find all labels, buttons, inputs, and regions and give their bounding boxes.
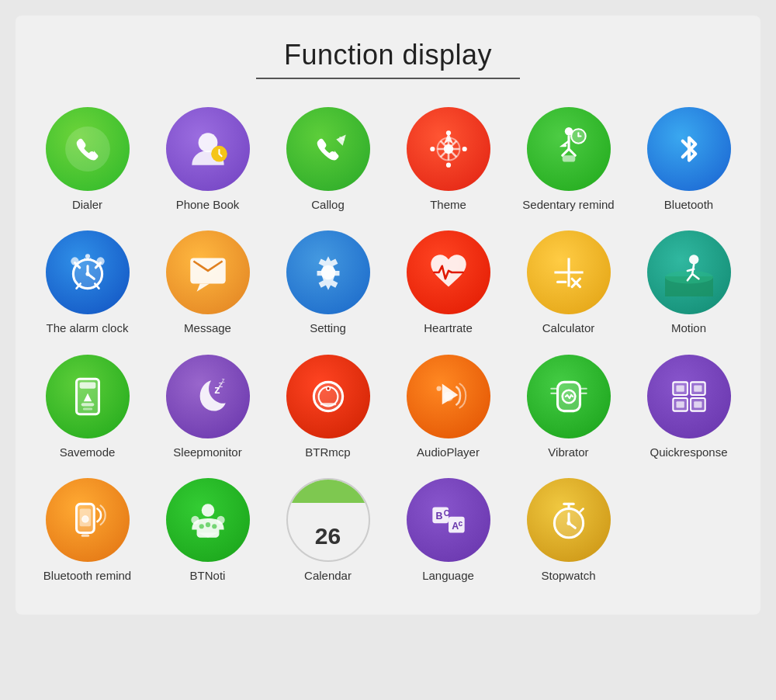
language-icon: B C A c — [407, 478, 490, 562]
app-calendar[interactable]: 26 Calendar — [274, 478, 383, 584]
sleepmonitor-label: Sleepmonitor — [173, 445, 241, 460]
svg-rect-66 — [676, 385, 684, 391]
app-message[interactable]: Message — [154, 230, 262, 336]
audioplayer-icon — [407, 355, 490, 438]
dialer-label: Dialer — [72, 197, 102, 213]
btrmcp-label: BTRmcp — [305, 445, 350, 460]
app-sleepmonitor[interactable]: z z z Sleepmonitor — [154, 355, 262, 460]
callog-icon — [286, 107, 370, 191]
svg-rect-45 — [82, 407, 92, 410]
app-vibrator[interactable]: Vibrator — [514, 355, 623, 460]
app-setting[interactable]: Setting — [274, 230, 383, 336]
svg-point-54 — [443, 391, 452, 400]
svg-point-77 — [199, 524, 203, 528]
app-stopwatch[interactable]: Stopwatch — [514, 478, 623, 584]
stopwatch-icon — [527, 478, 611, 562]
svg-rect-69 — [694, 401, 702, 407]
svg-point-55 — [436, 386, 441, 390]
calendar-icon: 26 — [286, 478, 370, 562]
sedentary-icon — [527, 107, 611, 191]
app-bluetoothremind[interactable]: Bluetooth remind — [33, 478, 142, 584]
phonebook-label: Phone Book — [176, 197, 240, 213]
svg-text:z: z — [221, 377, 224, 384]
svg-point-89 — [566, 522, 570, 525]
svg-point-79 — [212, 524, 217, 528]
motion-label: Motion — [671, 321, 706, 336]
theme-icon — [407, 107, 490, 191]
app-btrmcp[interactable]: BTRmcp — [274, 355, 383, 460]
setting-icon — [286, 230, 370, 314]
heartrate-icon — [407, 230, 490, 314]
vibrator-label: Vibrator — [548, 445, 588, 460]
sedentary-label: Sedentary remind — [522, 197, 614, 213]
quickresponse-icon — [647, 355, 731, 438]
svg-rect-43 — [79, 382, 95, 388]
svg-point-74 — [201, 504, 214, 517]
app-savemode[interactable]: Savemode — [33, 355, 142, 460]
heartrate-label: Heartrate — [424, 321, 473, 336]
app-theme[interactable]: Theme — [394, 107, 503, 213]
svg-point-52 — [327, 387, 329, 390]
phonebook-icon — [166, 107, 250, 191]
svg-text:C: C — [443, 509, 449, 518]
btnoti-label: BTNoti — [190, 568, 226, 584]
svg-rect-44 — [81, 403, 94, 406]
alarmclock-label: The alarm clock — [47, 321, 129, 336]
app-alarmclock[interactable]: The alarm clock — [33, 230, 142, 336]
audioplayer-label: AudioPlayer — [417, 445, 480, 460]
sleepmonitor-icon: z z z — [166, 355, 250, 438]
svg-point-10 — [445, 130, 450, 135]
svg-line-92 — [580, 509, 583, 512]
calculator-icon — [527, 230, 611, 314]
svg-point-11 — [445, 162, 450, 167]
svg-point-12 — [430, 146, 435, 151]
svg-point-22 — [85, 272, 89, 275]
svg-text:B: B — [435, 511, 442, 522]
message-icon — [166, 230, 250, 314]
app-quickresponse[interactable]: Quickresponse — [635, 355, 743, 460]
calculator-label: Calculator — [542, 321, 595, 336]
motion-icon — [647, 230, 731, 314]
svg-point-29 — [85, 254, 89, 258]
svg-point-0 — [65, 126, 110, 172]
bluetooth-icon — [647, 107, 731, 191]
svg-point-76 — [217, 516, 224, 524]
savemode-label: Savemode — [60, 445, 116, 460]
app-phonebook[interactable]: Phone Book — [154, 107, 262, 213]
quickresponse-label: Quickresponse — [650, 445, 727, 460]
svg-point-13 — [462, 146, 466, 151]
bluetoothremind-label: Bluetooth remind — [43, 568, 131, 584]
app-callog[interactable]: Callog — [274, 107, 383, 213]
main-container: Function display Dialer Phone Book — [16, 16, 760, 615]
app-language[interactable]: B C A c Language — [394, 478, 503, 584]
app-calculator[interactable]: Calculator — [514, 230, 623, 336]
btnoti-icon — [166, 478, 250, 562]
svg-point-27 — [71, 257, 78, 265]
language-label: Language — [422, 568, 474, 584]
stopwatch-label: Stopwatch — [541, 568, 595, 584]
svg-point-78 — [205, 522, 210, 527]
callog-label: Callog — [311, 197, 345, 213]
app-dialer[interactable]: Dialer — [33, 107, 142, 213]
app-sedentary[interactable]: Sedentary remind — [514, 107, 623, 213]
svg-rect-15 — [562, 155, 575, 161]
svg-point-75 — [191, 516, 199, 524]
app-grid: Dialer Phone Book Callog — [31, 107, 745, 584]
svg-text:c: c — [458, 519, 462, 528]
bluetooth-label: Bluetooth — [664, 197, 713, 213]
app-btnoti[interactable]: BTNoti — [154, 478, 262, 584]
setting-label: Setting — [310, 321, 346, 336]
svg-point-41 — [689, 255, 698, 264]
app-audioplayer[interactable]: AudioPlayer — [394, 355, 503, 460]
message-label: Message — [184, 321, 231, 336]
svg-point-28 — [96, 257, 104, 265]
vibrator-icon — [527, 355, 611, 438]
app-heartrate[interactable]: Heartrate — [394, 230, 503, 336]
page-title: Function display — [31, 39, 745, 71]
svg-rect-53 — [320, 403, 336, 405]
dialer-icon — [46, 107, 130, 191]
app-bluetooth[interactable]: Bluetooth — [635, 107, 743, 213]
svg-rect-72 — [81, 535, 88, 537]
app-motion[interactable]: Motion — [635, 230, 743, 336]
bluetoothremind-icon — [46, 478, 130, 562]
